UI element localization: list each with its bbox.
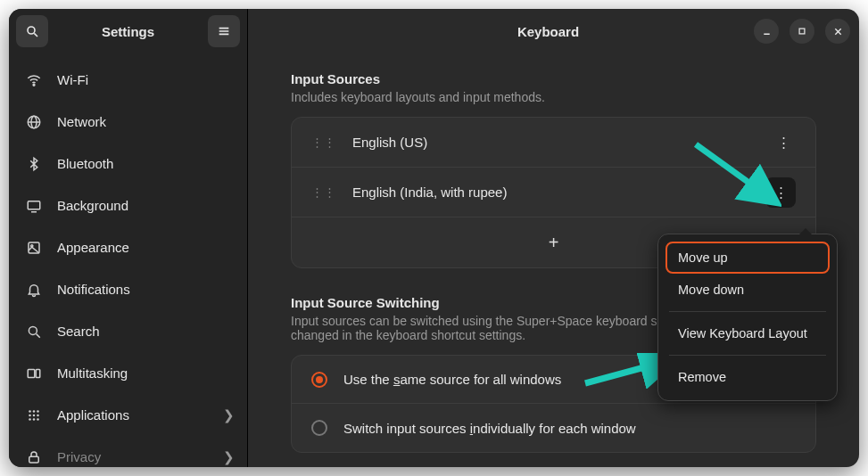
close-icon — [833, 27, 843, 37]
search-icon — [25, 324, 43, 340]
menu-item-move-up[interactable]: Move up — [665, 242, 830, 274]
svg-line-14 — [37, 333, 40, 337]
input-sources-subtitle: Includes keyboard layouts and input meth… — [291, 90, 816, 104]
search-button[interactable] — [16, 15, 48, 47]
svg-rect-15 — [28, 369, 35, 377]
sidebar-item-search[interactable]: Search — [9, 310, 247, 352]
sidebar-item-applications[interactable]: Applications ❯ — [9, 394, 247, 436]
maximize-icon — [798, 27, 806, 36]
chevron-right-icon: ❯ — [223, 407, 235, 423]
sidebar-item-network[interactable]: Network — [9, 101, 247, 143]
sidebar-item-label: Search — [57, 324, 235, 339]
radio-button[interactable] — [311, 372, 327, 388]
display-icon — [25, 198, 43, 214]
chevron-right-icon: ❯ — [223, 449, 235, 465]
sidebar: Settings Wi-Fi Network Bluetooth Backgro… — [9, 9, 248, 467]
menu-item-remove[interactable]: Remove — [665, 361, 830, 393]
search-icon — [25, 24, 39, 38]
sidebar-item-wifi[interactable]: Wi-Fi — [9, 59, 247, 101]
radio-button[interactable] — [311, 420, 327, 436]
svg-rect-9 — [28, 201, 40, 209]
svg-rect-28 — [799, 29, 805, 34]
settings-window: Settings Wi-Fi Network Bluetooth Backgro… — [9, 9, 859, 467]
sidebar-item-background[interactable]: Background — [9, 185, 247, 226]
radio-label: Switch input sources individually for ea… — [343, 421, 636, 436]
sidebar-item-label: Wi-Fi — [57, 72, 235, 87]
svg-point-25 — [37, 418, 39, 421]
radio-option-individual[interactable]: Switch input sources individually for ea… — [292, 404, 815, 452]
sidebar-item-bluetooth[interactable]: Bluetooth — [9, 143, 247, 185]
close-button[interactable] — [825, 19, 850, 44]
window-controls — [754, 19, 850, 44]
svg-point-22 — [37, 414, 39, 416]
appearance-icon — [25, 240, 43, 256]
annotation-arrow — [692, 141, 781, 209]
main-panel: Keyboard Input Sources Includes keyboard… — [248, 9, 859, 467]
minimize-button[interactable] — [754, 19, 779, 44]
sidebar-item-label: Background — [57, 198, 235, 213]
svg-point-0 — [28, 27, 35, 34]
sidebar-item-notifications[interactable]: Notifications — [9, 268, 247, 310]
multitasking-icon — [25, 365, 43, 382]
input-source-label: English (India, with rupee) — [352, 185, 749, 200]
page-title: Keyboard — [343, 24, 754, 39]
sidebar-item-label: Notifications — [57, 282, 235, 297]
svg-rect-26 — [29, 456, 39, 463]
sidebar-item-label: Bluetooth — [57, 156, 235, 171]
svg-point-21 — [33, 414, 36, 416]
globe-icon — [25, 114, 43, 130]
sidebar-title: Settings — [55, 24, 201, 39]
grid-icon — [25, 407, 43, 423]
svg-point-20 — [29, 414, 31, 416]
sidebar-item-label: Appearance — [57, 240, 235, 255]
menu-separator — [669, 311, 826, 312]
hamburger-icon — [217, 24, 231, 38]
context-menu: Move up Move down View Keyboard Layout R… — [657, 234, 838, 401]
svg-point-24 — [33, 418, 36, 421]
plus-icon: + — [549, 233, 559, 253]
menu-separator — [669, 355, 826, 356]
lock-icon — [25, 449, 43, 465]
svg-point-17 — [29, 410, 31, 413]
bell-icon — [25, 282, 43, 298]
sidebar-header: Settings — [9, 9, 247, 53]
svg-point-13 — [29, 326, 37, 334]
wifi-icon — [25, 72, 43, 88]
sidebar-item-appearance[interactable]: Appearance — [9, 226, 247, 268]
hamburger-button[interactable] — [208, 15, 240, 47]
sidebar-list: Wi-Fi Network Bluetooth Background Appea… — [9, 53, 247, 467]
main-header: Keyboard — [248, 9, 859, 53]
minimize-icon — [762, 27, 772, 37]
sidebar-item-privacy[interactable]: Privacy ❯ — [9, 436, 247, 467]
menu-item-move-down[interactable]: Move down — [665, 274, 830, 306]
drag-handle-icon[interactable]: ⋮⋮ — [311, 185, 336, 199]
sidebar-item-label: Multitasking — [57, 365, 235, 381]
svg-line-1 — [34, 33, 37, 37]
sidebar-item-label: Network — [57, 114, 235, 129]
maximize-button[interactable] — [789, 19, 814, 44]
bluetooth-icon — [25, 156, 43, 172]
svg-line-32 — [696, 144, 773, 200]
svg-point-18 — [33, 410, 36, 413]
radio-label: Use the same source for all windows — [343, 372, 561, 387]
svg-point-5 — [33, 84, 35, 86]
input-sources-title: Input Sources — [291, 71, 816, 86]
svg-point-23 — [29, 418, 31, 421]
svg-point-19 — [37, 410, 39, 413]
svg-rect-16 — [36, 369, 40, 377]
sidebar-item-label: Applications — [57, 407, 209, 423]
menu-item-view-layout[interactable]: View Keyboard Layout — [665, 317, 830, 349]
sidebar-item-multitasking[interactable]: Multitasking — [9, 352, 247, 394]
sidebar-item-label: Privacy — [57, 449, 209, 464]
drag-handle-icon[interactable]: ⋮⋮ — [311, 135, 336, 149]
